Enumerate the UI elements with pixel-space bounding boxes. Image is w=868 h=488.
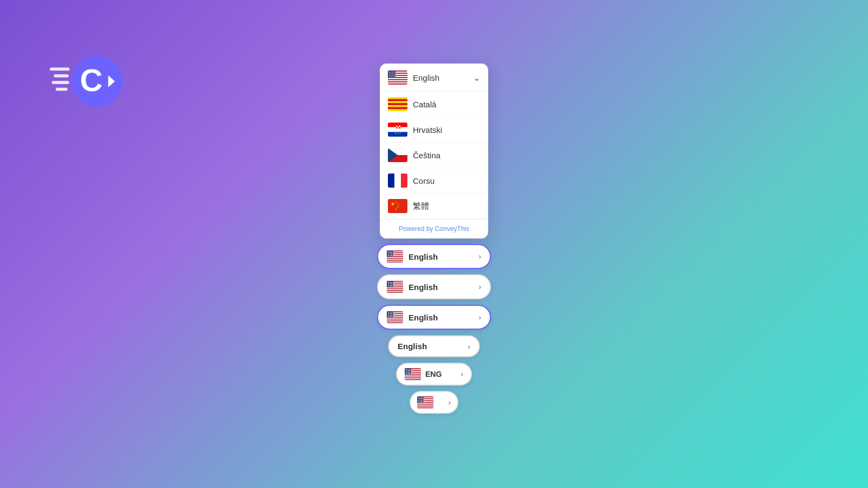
chevron-right-icon-1: › — [478, 252, 481, 261]
powered-by-prefix: Powered by — [399, 225, 435, 233]
svg-rect-12 — [388, 80, 407, 81]
china-flag-icon: ★ ★ ★ ★ ★ — [388, 199, 407, 213]
svg-rect-43 — [398, 126, 399, 127]
chevron-right-icon-5: › — [461, 370, 463, 378]
widget2-label: English — [409, 282, 438, 292]
language-item-corsu[interactable]: Corsu — [380, 168, 488, 194]
widget5-label: ENG — [425, 370, 442, 378]
svg-rect-143 — [405, 375, 421, 376]
chevron-right-icon-6: › — [448, 398, 451, 407]
us-flag-icon: ★★★★★ ★★★★ ★★★★★ ★★★★ — [388, 70, 407, 85]
us-flag-widget3-icon: ★★★★★ ★★★★ ★★★★★ ★★★★ — [387, 311, 403, 323]
language-widget-6[interactable]: ★★★★★ ★★★★ ★★★★★ ★★★★ › — [410, 391, 458, 414]
svg-text:★: ★ — [392, 255, 394, 257]
chevron-right-icon-3: › — [478, 313, 481, 322]
svg-rect-93 — [387, 291, 403, 292]
chevron-right-icon-2: › — [478, 282, 481, 291]
language-item-chinese[interactable]: ★ ★ ★ ★ ★ 繁體 — [380, 194, 488, 219]
us-flag-widget1-icon: ★★★★★ ★★★★ ★★★★★ ★★★★ — [387, 251, 403, 262]
language-widget-1[interactable]: ★★★★★ ★★★★ ★★★★★ ★★★★ English › — [377, 244, 491, 269]
svg-rect-53 — [394, 174, 401, 188]
svg-text:★: ★ — [423, 401, 424, 403]
language-widget-5[interactable]: ★★★★★ ★★★★ ★★★★★ ★★★★ ENG › — [396, 363, 472, 386]
powered-by-footer: Powered by ConveyThis — [380, 219, 488, 238]
svg-text:★: ★ — [392, 285, 394, 287]
svg-rect-145 — [405, 378, 421, 380]
chevron-down-icon: ⌄ — [473, 73, 480, 83]
svg-rect-67 — [387, 261, 403, 262]
svg-rect-47 — [398, 127, 399, 129]
svg-text:★: ★ — [394, 76, 395, 78]
svg-text:★: ★ — [397, 206, 399, 208]
svg-rect-46 — [397, 127, 398, 129]
svg-rect-45 — [395, 127, 397, 129]
french-flag-icon — [388, 174, 407, 188]
svg-rect-0 — [50, 68, 69, 71]
svg-rect-117 — [387, 318, 403, 319]
svg-text:★: ★ — [410, 373, 412, 375]
svg-rect-169 — [417, 403, 433, 404]
svg-rect-144 — [405, 376, 421, 377]
svg-rect-65 — [387, 257, 403, 258]
widget1-label: English — [409, 252, 438, 261]
svg-rect-36 — [388, 107, 407, 110]
language-widget-2[interactable]: ★★★★★ ★★★★ ★★★★★ ★★★★ English › — [377, 274, 491, 299]
svg-rect-92 — [387, 289, 403, 290]
language-chinese-label: 繁體 — [413, 201, 429, 211]
language-croatian-label: Hrvatski — [413, 125, 442, 134]
language-widget-4[interactable]: English › — [388, 335, 480, 357]
chevron-right-icon-4: › — [468, 342, 470, 351]
language-czech-label: Čeština — [413, 151, 441, 160]
main-content: ★★★★★ ★★★★ ★★★★★ ★★★★ English ⌄ Català — [377, 63, 491, 414]
language-item-catalan[interactable]: Català — [380, 92, 488, 117]
widget4-label: English — [398, 342, 427, 351]
us-flag-widget2-icon: ★★★★★ ★★★★ ★★★★★ ★★★★ — [387, 281, 403, 293]
svg-rect-171 — [417, 407, 433, 408]
svg-rect-54 — [401, 174, 407, 188]
svg-rect-13 — [388, 82, 407, 84]
app-logo: C — [38, 38, 125, 125]
dropdown-selected-label: English — [413, 73, 439, 82]
svg-rect-2 — [52, 81, 69, 84]
language-catalan-label: Català — [413, 100, 436, 109]
language-widget-3[interactable]: ★★★★★ ★★★★ ★★★★★ ★★★★ English › — [377, 305, 491, 330]
dropdown-selected-item[interactable]: ★★★★★ ★★★★ ★★★★★ ★★★★ English ⌄ — [380, 64, 488, 92]
svg-rect-48 — [399, 127, 401, 129]
language-item-czech[interactable]: Čeština — [380, 143, 488, 168]
czech-flag-icon — [388, 148, 407, 162]
svg-text:C: C — [80, 62, 103, 98]
svg-rect-118 — [387, 319, 403, 320]
svg-rect-41 — [395, 126, 397, 127]
us-flag-widget5-icon: ★★★★★ ★★★★ ★★★★★ ★★★★ — [405, 368, 421, 380]
widget3-label: English — [409, 313, 438, 322]
svg-rect-1 — [54, 74, 69, 78]
svg-rect-39 — [388, 132, 407, 137]
svg-rect-35 — [388, 103, 407, 105]
svg-rect-44 — [399, 126, 401, 127]
language-item-croatian[interactable]: Hrvatski — [380, 117, 488, 143]
powered-by-link[interactable]: ConveyThis — [435, 225, 469, 233]
svg-text:★: ★ — [391, 201, 395, 207]
croatian-flag-icon — [388, 123, 407, 137]
svg-rect-11 — [388, 78, 407, 79]
svg-text:★: ★ — [395, 208, 397, 210]
svg-rect-34 — [388, 99, 407, 101]
language-corsu-label: Corsu — [413, 176, 435, 185]
svg-rect-3 — [56, 88, 68, 91]
svg-rect-91 — [387, 287, 403, 288]
svg-text:★: ★ — [392, 316, 394, 318]
svg-rect-52 — [388, 174, 394, 188]
svg-rect-119 — [387, 322, 403, 323]
svg-rect-42 — [397, 126, 398, 127]
us-flag-widget6-icon: ★★★★★ ★★★★ ★★★★★ ★★★★ — [417, 396, 433, 408]
svg-rect-170 — [417, 404, 433, 406]
language-dropdown-panel: ★★★★★ ★★★★ ★★★★★ ★★★★ English ⌄ Català — [380, 63, 488, 239]
catalan-flag-icon — [388, 97, 407, 111]
svg-rect-66 — [387, 259, 403, 260]
